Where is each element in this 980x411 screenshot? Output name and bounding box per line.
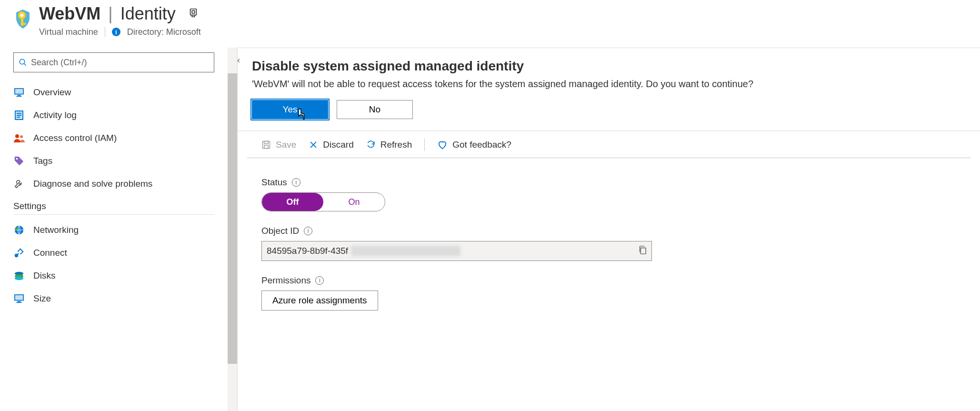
scrollbar-thumb[interactable] (228, 73, 237, 364)
svg-point-24 (15, 277, 23, 280)
svg-point-20 (15, 228, 18, 231)
toggle-off[interactable]: Off (262, 193, 323, 211)
refresh-icon (366, 140, 376, 150)
svg-rect-14 (17, 115, 21, 116)
discard-button[interactable]: Discard (309, 140, 353, 150)
object-id-field: 84595a79-8b9f-435f (261, 241, 652, 261)
identity-content: Status i Off On Object ID i 84595a79-8b9… (238, 158, 980, 330)
sidebar-item-access-control[interactable]: Access control (IAM) (13, 127, 214, 150)
sidebar-item-label: Diagnose and solve problems (33, 179, 152, 189)
search-input[interactable] (31, 58, 209, 68)
sidebar: « Overview Activity log Access control (… (0, 48, 228, 411)
copy-icon[interactable] (638, 245, 647, 257)
resource-type: Virtual machine (39, 27, 98, 37)
svg-point-1 (20, 14, 24, 17)
status-toggle[interactable]: Off On (261, 192, 385, 211)
sidebar-scrollbar[interactable] (228, 48, 237, 411)
svg-rect-26 (15, 295, 23, 300)
disks-icon (13, 271, 25, 281)
heart-icon (437, 140, 448, 150)
close-icon (309, 140, 318, 150)
svg-rect-8 (15, 89, 23, 94)
azure-role-assignments-button[interactable]: Azure role assignments (261, 291, 378, 311)
svg-rect-32 (640, 248, 646, 254)
key-resource-icon (13, 9, 32, 32)
svg-rect-5 (192, 10, 195, 13)
svg-rect-30 (264, 141, 268, 144)
connect-icon (13, 248, 25, 258)
svg-point-18 (16, 158, 18, 160)
command-bar: Save Discard Refresh Got feedback? (247, 131, 971, 158)
svg-point-21 (15, 254, 18, 257)
toggle-on[interactable]: On (323, 193, 385, 211)
title-separator: | (108, 4, 112, 24)
yes-button[interactable]: Yes (252, 100, 328, 119)
search-icon (19, 58, 27, 67)
monitor-icon (13, 88, 25, 97)
people-icon (13, 133, 25, 143)
svg-point-16 (15, 134, 19, 138)
sidebar-item-networking[interactable]: Networking (13, 219, 214, 241)
svg-rect-13 (17, 113, 21, 114)
sidebar-item-label: Connect (33, 248, 67, 258)
main-pane: Disable system assigned managed identity… (237, 48, 980, 411)
permissions-label: Permissions (261, 275, 310, 286)
command-divider (424, 139, 425, 151)
svg-rect-9 (17, 95, 20, 96)
sidebar-item-label: Size (33, 293, 51, 304)
svg-point-17 (20, 135, 23, 138)
svg-rect-31 (264, 145, 268, 149)
log-icon (13, 110, 25, 120)
status-label: Status (261, 177, 287, 188)
globe-icon (13, 225, 25, 235)
sidebar-item-disks[interactable]: Disks (13, 264, 214, 287)
feedback-button[interactable]: Got feedback? (437, 140, 511, 150)
resource-name: WebVM (39, 4, 100, 24)
save-icon (261, 140, 271, 150)
svg-rect-10 (17, 96, 22, 97)
sidebar-search[interactable] (13, 52, 214, 72)
sidebar-section-settings: Settings (13, 201, 214, 215)
sidebar-item-label: Networking (33, 225, 79, 235)
sidebar-item-overview[interactable]: Overview (13, 81, 214, 104)
svg-rect-4 (190, 9, 196, 15)
sidebar-item-diagnose[interactable]: Diagnose and solve problems (13, 172, 214, 195)
sidebar-item-label: Tags (33, 156, 52, 166)
blade-name: Identity (120, 4, 176, 24)
directory-label: Directory: Microsoft (127, 27, 201, 37)
object-id-redacted (351, 246, 460, 256)
info-icon[interactable]: i (315, 276, 324, 285)
svg-rect-29 (263, 141, 270, 149)
svg-point-6 (20, 59, 25, 64)
sidebar-item-label: Access control (IAM) (33, 133, 117, 143)
no-button[interactable]: No (337, 100, 413, 119)
sidebar-item-connect[interactable]: Connect (13, 241, 214, 264)
monitor-icon (13, 294, 25, 303)
breadcrumb-divider (105, 27, 105, 37)
sidebar-item-label: Overview (33, 87, 71, 98)
object-id-value: 84595a79-8b9f-435f (267, 246, 348, 256)
breadcrumb: Virtual machine i Directory: Microsoft (39, 27, 201, 37)
svg-rect-15 (17, 117, 20, 118)
tag-icon (13, 156, 25, 166)
svg-rect-27 (17, 301, 20, 302)
blade-header: WebVM | Identity Virtual machine i Direc… (0, 0, 980, 48)
save-button: Save (261, 140, 296, 150)
object-id-label: Object ID (261, 226, 299, 236)
confirm-dialog: Disable system assigned managed identity… (238, 48, 980, 131)
refresh-button[interactable]: Refresh (366, 140, 412, 150)
info-icon[interactable]: i (112, 28, 120, 36)
sidebar-item-activity-log[interactable]: Activity log (13, 104, 214, 127)
pin-icon[interactable] (188, 8, 199, 20)
svg-rect-28 (17, 302, 22, 303)
info-icon[interactable]: i (292, 178, 300, 187)
dialog-title: Disable system assigned managed identity (252, 59, 966, 74)
wrench-icon (13, 179, 25, 189)
svg-rect-3 (21, 23, 26, 25)
sidebar-item-label: Activity log (33, 110, 77, 120)
sidebar-item-tags[interactable]: Tags (13, 150, 214, 172)
info-icon[interactable]: i (304, 227, 312, 235)
sidebar-item-label: Disks (33, 271, 55, 281)
dialog-message: 'WebVM' will not be able to request acce… (252, 79, 966, 90)
sidebar-item-size[interactable]: Size (13, 287, 214, 310)
